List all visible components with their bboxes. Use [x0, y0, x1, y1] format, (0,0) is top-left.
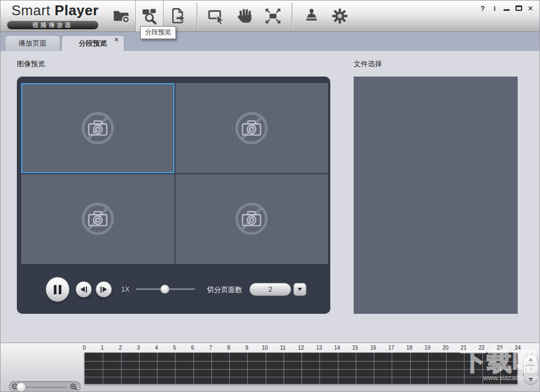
hand-pan-icon [235, 7, 254, 26]
gear-icon [330, 7, 349, 26]
timeline-grid-line [193, 353, 194, 384]
split-page-count-dropdown-button[interactable] [293, 283, 306, 296]
speed-slider-thumb[interactable] [160, 284, 169, 294]
timeline-grid-line [266, 353, 266, 384]
timeline-zoom-control [9, 381, 81, 392]
select-region-icon [207, 7, 226, 26]
timeline-hour-label: 14 [334, 345, 340, 351]
timeline-zoom-thumb[interactable] [16, 382, 26, 392]
info-button[interactable]: i [491, 4, 498, 12]
minimize-button[interactable] [503, 4, 510, 12]
video-pane-3[interactable] [21, 174, 174, 264]
previous-frame-button[interactable] [76, 281, 92, 298]
timeline-grid-line [139, 353, 140, 384]
fullscreen-icon [263, 7, 282, 26]
step-back-icon [86, 287, 87, 293]
timeline-hour-label: 5 [173, 345, 176, 351]
toolbar-button-settings[interactable] [325, 1, 354, 31]
timeline-grid-line [121, 353, 122, 384]
video-pane-1[interactable] [21, 83, 174, 173]
timeline-hour-label: 3 [137, 345, 140, 351]
split-page-count-select[interactable]: 2 [249, 283, 291, 296]
chevron-down-icon [298, 288, 302, 291]
scrollbar-thumb[interactable] [525, 365, 536, 374]
timeline-grid-line [446, 353, 447, 384]
tab-segment-preview[interactable]: 分段预览 ✕ [61, 35, 124, 51]
stamp-icon [302, 7, 321, 26]
timeline-hour-label: 20 [442, 345, 448, 351]
timeline-hour-label: 13 [316, 345, 322, 351]
next-frame-button[interactable] [96, 281, 112, 298]
file-select-panel[interactable] [354, 77, 518, 314]
video-pane-2[interactable] [175, 83, 329, 173]
timeline-grid-line [356, 353, 356, 384]
close-button[interactable]: ✕ [527, 4, 534, 12]
file-select-label: 文件选择 [354, 59, 382, 69]
toolbar-button-open-file[interactable] [107, 1, 135, 31]
video-pane-grid [21, 83, 328, 264]
timeline-grid-line [392, 353, 392, 384]
tabbar: 播放页面 分段预览 ✕ [1, 32, 540, 51]
app-title: Smart Player [11, 2, 99, 19]
timeline-grid-line [85, 361, 517, 362]
timeline-grid-line [500, 353, 501, 384]
brand-bold: Player [55, 2, 99, 18]
timeline-grid-line [211, 353, 212, 384]
zoom-in-icon[interactable] [70, 383, 78, 391]
toolbar-button-hand[interactable] [230, 1, 259, 31]
timeline-hour-label: 23 [497, 345, 503, 351]
camera-placeholder-icon [233, 109, 271, 147]
segment-preview-icon [140, 7, 159, 26]
timeline-hour-label: 21 [461, 345, 467, 351]
timeline-hour-label: 4 [155, 345, 158, 351]
timeline-hour-label: 19 [424, 345, 430, 351]
timeline-hour-label: 10 [262, 345, 268, 351]
timeline-hour-label: 6 [191, 345, 194, 351]
timeline-hour-label: 17 [388, 345, 394, 351]
timeline-grid[interactable] [84, 352, 518, 384]
camera-placeholder-icon [79, 109, 117, 147]
preview-container: 1X 切分页面数 2 [17, 77, 330, 314]
app-logo: Smart Player 视频播放器 [11, 2, 99, 19]
tab-play-page[interactable]: 播放页面 [5, 35, 60, 51]
timeline-hour-label: 16 [370, 345, 376, 351]
help-button[interactable]: ? [479, 4, 486, 12]
timeline-hour-label: 22 [479, 345, 485, 351]
toolbar-separator [292, 3, 292, 29]
export-file-icon [168, 7, 187, 26]
timeline-grid-line [247, 353, 248, 384]
timeline-grid-line [175, 353, 175, 384]
video-pane-4[interactable] [175, 174, 329, 264]
timeline-grid-line [229, 353, 230, 384]
timeline-hour-label: 7 [209, 345, 212, 351]
timeline-grid-line [464, 353, 464, 384]
toolbar-separator [197, 3, 197, 29]
toolbar-button-stamp[interactable] [297, 1, 325, 31]
timeline-grid-line [410, 353, 411, 384]
camera-placeholder-icon [79, 200, 117, 238]
toolbar-button-select[interactable] [202, 1, 230, 31]
timeline-hour-label: 2 [119, 345, 122, 351]
maximize-button[interactable] [515, 4, 522, 12]
scroll-down-button[interactable] [529, 378, 533, 381]
timeline-hour-label: 11 [280, 345, 286, 351]
split-page-count-label: 切分页面数 [207, 285, 242, 295]
timeline-hour-label: 12 [298, 345, 304, 351]
step-forward-icon [103, 287, 107, 292]
open-folder-icon [112, 7, 131, 26]
tab-close-icon[interactable]: ✕ [114, 35, 119, 44]
maximize-icon [516, 5, 522, 11]
minimize-icon [504, 9, 510, 11]
pause-button[interactable] [46, 277, 70, 302]
brand-regular: Smart [11, 2, 51, 18]
timeline-grid-line [374, 353, 374, 384]
timeline-grid-line [157, 353, 158, 384]
timeline-panel: 0123456789101112131415161718192021222324 [1, 343, 540, 392]
app-subtitle: 视频播放器 [7, 21, 98, 29]
timeline-hour-label: 9 [245, 345, 248, 351]
scroll-up-button[interactable] [529, 358, 533, 361]
timeline-scrollbar [523, 354, 538, 385]
timeline-grid-line [319, 353, 320, 384]
timeline-zoom-track[interactable] [22, 387, 67, 388]
toolbar-button-fullscreen[interactable] [259, 1, 287, 31]
